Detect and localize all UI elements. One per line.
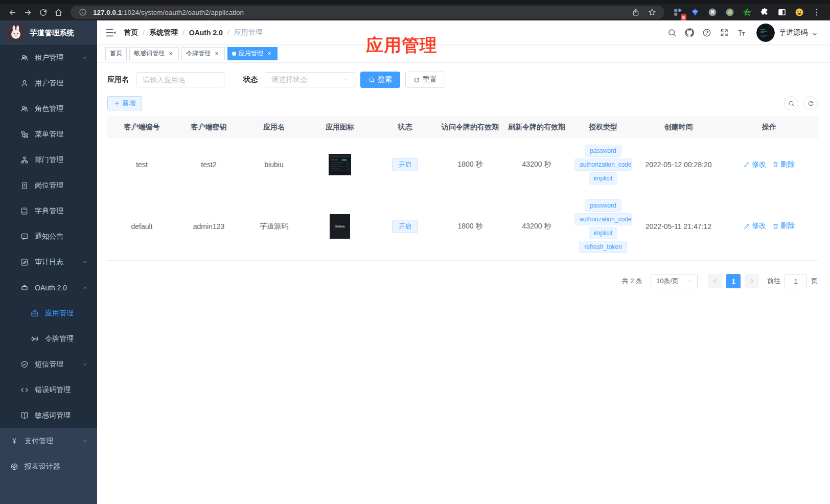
page-size-select[interactable]: 10条/页 <box>651 274 698 288</box>
username: 芋道源码 <box>779 28 808 37</box>
app-name-input[interactable] <box>136 72 224 87</box>
fullscreen-icon[interactable] <box>716 20 733 45</box>
view-tab[interactable]: 首页 <box>105 47 127 60</box>
view-tab[interactable]: 令牌管理× <box>181 47 225 60</box>
extension-sidepanel-icon[interactable] <box>775 6 789 19</box>
breadcrumb-item[interactable]: 系统管理 <box>149 28 178 37</box>
sidebar-item-org-chart[interactable]: 部门管理 <box>0 147 97 173</box>
extension-puzzle-icon[interactable] <box>758 6 771 19</box>
browser-menu-icon[interactable] <box>810 6 823 19</box>
sidebar-item-roles[interactable]: 角色管理 <box>0 96 97 122</box>
bookmark-star-icon[interactable] <box>646 8 658 16</box>
site-info-icon[interactable] <box>77 8 89 16</box>
search-button[interactable]: 搜索 <box>360 72 400 88</box>
column-header: 访问令牌的有效期 <box>437 117 503 138</box>
sidebar-item-menu-tree[interactable]: 菜单管理 <box>0 122 97 147</box>
sidebar-item-oauth-robot[interactable]: OAuth 2.0 <box>0 275 97 301</box>
sidebar-item-announcement[interactable]: 通知公告 <box>0 224 97 249</box>
user-caret-icon <box>812 31 818 37</box>
edit-icon <box>744 161 750 168</box>
browser-reload-icon[interactable] <box>36 5 50 19</box>
close-icon[interactable]: × <box>167 50 174 57</box>
extension-record-icon[interactable] <box>723 6 736 19</box>
sidebar-item-label: 角色管理 <box>35 104 63 113</box>
toggle-search-button[interactable] <box>784 96 798 110</box>
extension-star-icon[interactable] <box>741 6 754 19</box>
address-bar[interactable]: 127.0.0.1:1024/system/oauth2/oauth2/appl… <box>71 6 664 19</box>
cell-actions: 修改删除 <box>721 192 818 261</box>
extension-gem-icon[interactable] <box>688 6 702 19</box>
sidebar-item-post-badge[interactable]: 岗位管理 <box>0 173 97 198</box>
goto-page-input[interactable] <box>785 274 807 288</box>
goto-unit-label: 页 <box>811 277 818 286</box>
user-menu[interactable]: 芋道源码 <box>756 24 818 42</box>
prev-page-button[interactable] <box>708 274 722 288</box>
payment-yen-icon <box>10 437 18 445</box>
sidebar-item-label: 错误码管理 <box>35 385 71 395</box>
sidebar-collapse-icon[interactable] <box>105 27 117 38</box>
close-icon[interactable]: × <box>266 50 273 57</box>
breadcrumb-item[interactable]: OAuth 2.0 <box>189 29 223 37</box>
tags-view-bar: 首页敏感词管理×令牌管理×应用管理× <box>97 45 830 62</box>
github-icon[interactable] <box>681 20 698 45</box>
cell-status: 开启 <box>373 138 437 192</box>
sidebar-item-report-designer[interactable]: 报表设计器 <box>0 454 97 479</box>
sidebar: 芋道管理系统 租户管理用户管理角色管理菜单管理部门管理岗位管理字典管理通知公告审… <box>0 20 97 504</box>
cell-client-id: test <box>107 138 176 192</box>
user-icon <box>20 79 29 87</box>
cell-refresh-ttl: 43200 秒 <box>503 138 570 192</box>
sidebar-item-tenant-users[interactable]: 租户管理 <box>0 45 97 71</box>
sidebar-item-payment-yen[interactable]: 支付管理 <box>0 428 97 454</box>
view-tab[interactable]: 敏感词管理× <box>129 47 179 60</box>
sidebar-item-error-code[interactable]: 错误码管理 <box>0 377 97 403</box>
delete-button[interactable]: 删除 <box>772 221 795 231</box>
font-size-icon[interactable] <box>733 20 750 45</box>
page-number-button[interactable]: 1 <box>726 274 741 288</box>
add-button[interactable]: 新增 <box>107 96 142 110</box>
grant-type-tag: authorization_code <box>574 158 632 171</box>
status-tag: 开启 <box>392 220 418 233</box>
cell-client-secret: admin123 <box>176 192 241 261</box>
edit-button[interactable]: 修改 <box>744 221 766 231</box>
breadcrumb-item[interactable]: 首页 <box>124 28 138 37</box>
cell-created-at: 2022-05-11 21:47:12 <box>636 192 721 261</box>
sidebar-item-sms-shield[interactable]: 短信管理 <box>0 352 97 377</box>
app-icon-thumbnail <box>329 154 351 175</box>
help-icon[interactable] <box>698 20 716 45</box>
active-dot <box>232 52 236 56</box>
sidebar-item-audit-log[interactable]: 审计日志 <box>0 249 97 275</box>
chevron-up-icon <box>82 285 88 291</box>
header-search-icon[interactable] <box>663 20 681 45</box>
view-tab[interactable]: 应用管理× <box>227 47 278 60</box>
browser-home-icon[interactable] <box>51 5 65 19</box>
chevron-left-icon <box>712 278 718 284</box>
close-icon[interactable]: × <box>213 50 220 57</box>
sidebar-item-token-signal[interactable]: 令牌管理 <box>0 326 97 352</box>
browser-forward-icon[interactable] <box>20 5 35 19</box>
edit-button[interactable]: 修改 <box>744 160 766 169</box>
tab-label: 应用管理 <box>239 49 263 58</box>
sidebar-item-dictionary[interactable]: 字典管理 <box>0 198 97 224</box>
sidebar-item-user[interactable]: 用户管理 <box>0 71 97 96</box>
reset-button[interactable]: 重置 <box>405 72 445 88</box>
refresh-table-button[interactable] <box>803 96 818 110</box>
column-header: 刷新令牌的有效期 <box>503 117 570 138</box>
column-header: 客户端密钥 <box>176 117 241 138</box>
browser-chrome: 127.0.0.1:1024/system/oauth2/oauth2/appl… <box>0 0 830 20</box>
extension-emoji-icon[interactable] <box>793 6 806 19</box>
extension-command-icon[interactable]: ⌘ <box>706 6 719 19</box>
app-logo-row[interactable]: 芋道管理系统 <box>0 20 97 45</box>
tab-label: 敏感词管理 <box>134 49 165 58</box>
share-icon[interactable] <box>630 8 642 16</box>
grant-type-tag: password <box>585 199 621 212</box>
status-select[interactable]: 请选择状态 <box>265 72 355 87</box>
delete-button[interactable]: 删除 <box>772 160 795 169</box>
table-body: testtest2biubiu开启1800 秒43200 秒passwordau… <box>107 138 818 261</box>
next-page-button[interactable] <box>745 274 759 288</box>
app-name-label: 应用名 <box>107 75 129 84</box>
sidebar-item-application[interactable]: 应用管理 <box>0 301 97 326</box>
extension-grid-icon[interactable]: 9 <box>671 6 684 19</box>
sidebar-item-sensitive-word[interactable]: 敏感词管理 <box>0 403 97 428</box>
sidebar-item-label: 短信管理 <box>35 360 63 369</box>
browser-back-icon[interactable] <box>5 5 19 19</box>
